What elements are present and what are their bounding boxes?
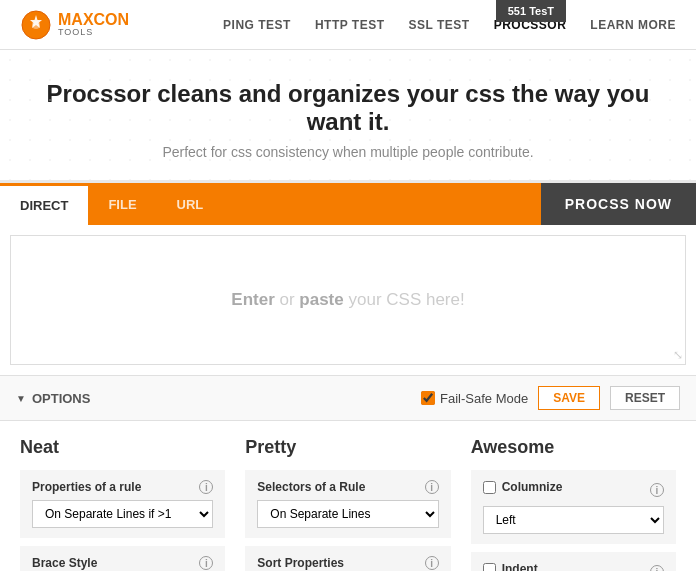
pretty-panel-title: Pretty (245, 437, 450, 458)
selectors-of-rule-label-row: Selectors of a Rule i (257, 480, 438, 494)
selectors-info-icon[interactable]: i (425, 480, 439, 494)
sort-properties-group: Sort Properties i None Alphabetical (245, 546, 450, 571)
hero-section: Procssor cleans and organizes your css t… (0, 50, 696, 183)
nav-http-test[interactable]: HTTP TEST (315, 18, 385, 32)
logo-icon (20, 9, 52, 41)
header: MAXCON TOOLS PING TEST HTTP TEST SSL TES… (0, 0, 696, 50)
procss-now-button[interactable]: PROCSS NOW (541, 183, 696, 225)
properties-of-rule-group: Properties of a rule i On Separate Lines… (20, 470, 225, 538)
failsafe-checkbox[interactable] (421, 391, 435, 405)
properties-of-rule-select[interactable]: On Separate Lines if >1 On Separate Line… (32, 500, 213, 528)
selectors-of-rule-label: Selectors of a Rule (257, 480, 365, 494)
hero-title: Procssor cleans and organizes your css t… (20, 80, 676, 136)
failsafe-label: Fail-Safe Mode (440, 391, 528, 406)
brace-style-group: Brace Style i CSS Default Allman K&R (20, 546, 225, 571)
properties-of-rule-label: Properties of a rule (32, 480, 141, 494)
indent-group: Indent i Up to 4 Levels 2 Levels 6 Level… (471, 552, 676, 571)
properties-info-icon[interactable]: i (199, 480, 213, 494)
save-button[interactable]: SAVE (538, 386, 600, 410)
hero-subtitle: Perfect for css consistency when multipl… (20, 144, 676, 160)
neat-panel: Neat Properties of a rule i On Separate … (20, 437, 225, 571)
reset-button[interactable]: RESET (610, 386, 680, 410)
selectors-of-rule-group: Selectors of a Rule i On Separate Lines … (245, 470, 450, 538)
properties-of-rule-label-row: Properties of a rule i (32, 480, 213, 494)
sort-info-icon[interactable]: i (425, 556, 439, 570)
logo: MAXCON TOOLS (20, 9, 129, 41)
options-toggle[interactable]: ▼ OPTIONS (16, 391, 90, 406)
selectors-of-rule-select[interactable]: On Separate Lines On One Line (257, 500, 438, 528)
options-arrow-icon: ▼ (16, 393, 26, 404)
failsafe-container: Fail-Safe Mode (421, 391, 528, 406)
options-right-controls: Fail-Safe Mode SAVE RESET (421, 386, 680, 410)
columnize-label-row: Columnize i (483, 480, 664, 500)
indent-info-icon[interactable]: i (650, 565, 664, 571)
logo-sub: TOOLS (58, 28, 129, 37)
main-nav: PING TEST HTTP TEST SSL TEST PROCSSOR LE… (223, 18, 676, 32)
columnize-checkbox[interactable] (483, 481, 496, 494)
options-panels: Neat Properties of a rule i On Separate … (0, 421, 696, 571)
logo-brand: MAXCON (58, 12, 129, 28)
tab-bar: DIRECT FILE URL PROCSS NOW (0, 183, 696, 225)
columnize-group: Columnize i Left Right Center (471, 470, 676, 544)
svg-point-1 (32, 21, 40, 29)
options-bar: ▼ OPTIONS Fail-Safe Mode SAVE RESET (0, 376, 696, 421)
neat-panel-title: Neat (20, 437, 225, 458)
logo-text-group: MAXCON TOOLS (58, 12, 129, 37)
columnize-checkbox-row: Columnize (483, 480, 563, 494)
sort-properties-label-row: Sort Properties i (257, 556, 438, 570)
nav-ssl-test[interactable]: SSL TEST (409, 18, 470, 32)
nav-ping-test[interactable]: PING TEST (223, 18, 291, 32)
tab-direct[interactable]: DIRECT (0, 183, 88, 225)
columnize-position-select[interactable]: Left Right Center (483, 506, 664, 534)
indent-label: Indent (502, 562, 538, 571)
sort-properties-label: Sort Properties (257, 556, 344, 570)
brace-style-label-row: Brace Style i (32, 556, 213, 570)
awesome-panel: Awesome Columnize i Left Right Center In… (471, 437, 676, 571)
indent-label-row: Indent i (483, 562, 664, 571)
brace-style-label: Brace Style (32, 556, 97, 570)
indent-checkbox[interactable] (483, 563, 496, 572)
tab-url[interactable]: URL (157, 183, 224, 225)
options-toggle-label: OPTIONS (32, 391, 91, 406)
resize-handle: ⤡ (673, 348, 683, 362)
tab-badge: 551 TesT (496, 0, 566, 22)
css-input-area: Enter or paste your CSS here! ⤡ (0, 225, 696, 376)
pretty-panel: Pretty Selectors of a Rule i On Separate… (245, 437, 450, 571)
css-textarea-wrapper[interactable]: Enter or paste your CSS here! ⤡ (10, 235, 686, 365)
indent-checkbox-row: Indent (483, 562, 538, 571)
nav-learn-more[interactable]: LEARN MORE (590, 18, 676, 32)
columnize-label: Columnize (502, 480, 563, 494)
brace-style-info-icon[interactable]: i (199, 556, 213, 570)
tab-file[interactable]: FILE (88, 183, 156, 225)
awesome-panel-title: Awesome (471, 437, 676, 458)
columnize-info-icon[interactable]: i (650, 483, 664, 497)
